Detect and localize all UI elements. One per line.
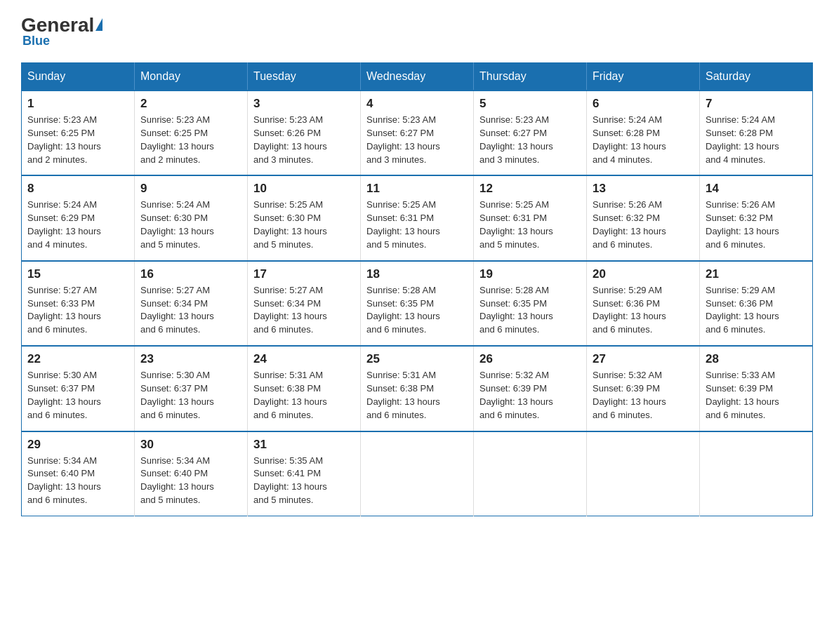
calendar-cell: 25 Sunrise: 5:31 AMSunset: 6:38 PMDaylig…	[361, 346, 474, 431]
day-info: Sunrise: 5:32 AMSunset: 6:39 PMDaylight:…	[593, 370, 666, 420]
day-info: Sunrise: 5:32 AMSunset: 6:39 PMDaylight:…	[479, 370, 553, 420]
day-info: Sunrise: 5:28 AMSunset: 6:35 PMDaylight:…	[366, 285, 440, 335]
day-info: Sunrise: 5:23 AMSunset: 6:27 PMDaylight:…	[366, 114, 440, 165]
day-number: 4	[366, 97, 468, 111]
day-number: 1	[27, 97, 128, 111]
calendar-cell: 15 Sunrise: 5:27 AMSunset: 6:33 PMDaylig…	[22, 261, 135, 346]
day-number: 22	[27, 352, 128, 366]
day-info: Sunrise: 5:31 AMSunset: 6:38 PMDaylight:…	[366, 370, 440, 420]
day-number: 18	[366, 267, 468, 281]
day-number: 23	[140, 352, 241, 366]
day-number: 6	[593, 97, 694, 111]
calendar-cell: 16 Sunrise: 5:27 AMSunset: 6:34 PMDaylig…	[135, 261, 248, 346]
day-info: Sunrise: 5:34 AMSunset: 6:40 PMDaylight:…	[140, 455, 214, 506]
day-number: 13	[593, 182, 694, 196]
day-number: 25	[366, 352, 468, 366]
calendar-header-row: SundayMondayTuesdayWednesdayThursdayFrid…	[22, 63, 813, 91]
calendar-cell: 26 Sunrise: 5:32 AMSunset: 6:39 PMDaylig…	[474, 346, 587, 431]
day-info: Sunrise: 5:27 AMSunset: 6:34 PMDaylight:…	[140, 285, 214, 335]
calendar-cell: 31 Sunrise: 5:35 AMSunset: 6:41 PMDaylig…	[248, 431, 361, 516]
week-row-2: 8 Sunrise: 5:24 AMSunset: 6:29 PMDayligh…	[22, 175, 813, 260]
day-number: 11	[366, 182, 468, 196]
header-wednesday: Wednesday	[361, 63, 474, 91]
week-row-3: 15 Sunrise: 5:27 AMSunset: 6:33 PMDaylig…	[22, 261, 813, 346]
page-header: General Blue	[21, 14, 813, 48]
day-number: 3	[253, 97, 355, 111]
calendar-cell: 24 Sunrise: 5:31 AMSunset: 6:38 PMDaylig…	[248, 346, 361, 431]
day-info: Sunrise: 5:26 AMSunset: 6:32 PMDaylight:…	[593, 199, 666, 250]
day-info: Sunrise: 5:24 AMSunset: 6:28 PMDaylight:…	[706, 114, 779, 165]
day-number: 15	[27, 267, 128, 281]
calendar-cell: 19 Sunrise: 5:28 AMSunset: 6:35 PMDaylig…	[474, 261, 587, 346]
day-info: Sunrise: 5:34 AMSunset: 6:40 PMDaylight:…	[27, 455, 101, 506]
calendar-cell	[700, 431, 813, 516]
calendar-cell: 22 Sunrise: 5:30 AMSunset: 6:37 PMDaylig…	[22, 346, 135, 431]
calendar-cell: 8 Sunrise: 5:24 AMSunset: 6:29 PMDayligh…	[22, 175, 135, 260]
calendar-cell: 2 Sunrise: 5:23 AMSunset: 6:25 PMDayligh…	[135, 90, 248, 175]
calendar-cell: 13 Sunrise: 5:26 AMSunset: 6:32 PMDaylig…	[587, 175, 700, 260]
header-sunday: Sunday	[22, 63, 135, 91]
header-tuesday: Tuesday	[248, 63, 361, 91]
day-info: Sunrise: 5:24 AMSunset: 6:29 PMDaylight:…	[27, 199, 101, 250]
calendar-cell: 23 Sunrise: 5:30 AMSunset: 6:37 PMDaylig…	[135, 346, 248, 431]
calendar-cell: 9 Sunrise: 5:24 AMSunset: 6:30 PMDayligh…	[135, 175, 248, 260]
calendar-cell	[361, 431, 474, 516]
logo: General Blue	[21, 14, 102, 48]
calendar-cell: 18 Sunrise: 5:28 AMSunset: 6:35 PMDaylig…	[361, 261, 474, 346]
day-info: Sunrise: 5:27 AMSunset: 6:34 PMDaylight:…	[253, 285, 327, 335]
day-number: 28	[706, 352, 807, 366]
day-info: Sunrise: 5:25 AMSunset: 6:31 PMDaylight:…	[366, 199, 440, 250]
day-info: Sunrise: 5:25 AMSunset: 6:30 PMDaylight:…	[253, 199, 327, 250]
header-friday: Friday	[587, 63, 700, 91]
week-row-4: 22 Sunrise: 5:30 AMSunset: 6:37 PMDaylig…	[22, 346, 813, 431]
header-monday: Monday	[135, 63, 248, 91]
calendar-cell: 21 Sunrise: 5:29 AMSunset: 6:36 PMDaylig…	[700, 261, 813, 346]
logo-blue-text: Blue	[22, 34, 50, 48]
day-info: Sunrise: 5:35 AMSunset: 6:41 PMDaylight:…	[253, 455, 327, 506]
day-info: Sunrise: 5:29 AMSunset: 6:36 PMDaylight:…	[593, 285, 666, 335]
day-number: 7	[706, 97, 807, 111]
calendar-table: SundayMondayTuesdayWednesdayThursdayFrid…	[21, 62, 813, 516]
calendar-cell: 1 Sunrise: 5:23 AMSunset: 6:25 PMDayligh…	[22, 90, 135, 175]
day-number: 2	[140, 97, 241, 111]
day-info: Sunrise: 5:30 AMSunset: 6:37 PMDaylight:…	[140, 370, 214, 420]
calendar-cell: 14 Sunrise: 5:26 AMSunset: 6:32 PMDaylig…	[700, 175, 813, 260]
day-number: 8	[27, 182, 128, 196]
day-number: 17	[253, 267, 355, 281]
day-info: Sunrise: 5:26 AMSunset: 6:32 PMDaylight:…	[706, 199, 779, 250]
day-info: Sunrise: 5:30 AMSunset: 6:37 PMDaylight:…	[27, 370, 101, 420]
day-info: Sunrise: 5:23 AMSunset: 6:27 PMDaylight:…	[479, 114, 553, 165]
day-info: Sunrise: 5:28 AMSunset: 6:35 PMDaylight:…	[479, 285, 553, 335]
calendar-cell: 3 Sunrise: 5:23 AMSunset: 6:26 PMDayligh…	[248, 90, 361, 175]
calendar-cell: 28 Sunrise: 5:33 AMSunset: 6:39 PMDaylig…	[700, 346, 813, 431]
calendar-cell: 20 Sunrise: 5:29 AMSunset: 6:36 PMDaylig…	[587, 261, 700, 346]
calendar-cell: 4 Sunrise: 5:23 AMSunset: 6:27 PMDayligh…	[361, 90, 474, 175]
day-number: 29	[27, 438, 128, 452]
header-thursday: Thursday	[474, 63, 587, 91]
week-row-5: 29 Sunrise: 5:34 AMSunset: 6:40 PMDaylig…	[22, 431, 813, 516]
calendar-cell: 12 Sunrise: 5:25 AMSunset: 6:31 PMDaylig…	[474, 175, 587, 260]
logo-triangle-icon	[95, 18, 102, 31]
calendar-cell: 6 Sunrise: 5:24 AMSunset: 6:28 PMDayligh…	[587, 90, 700, 175]
day-info: Sunrise: 5:23 AMSunset: 6:25 PMDaylight:…	[140, 114, 214, 165]
day-number: 26	[479, 352, 581, 366]
day-number: 9	[140, 182, 241, 196]
calendar-cell: 11 Sunrise: 5:25 AMSunset: 6:31 PMDaylig…	[361, 175, 474, 260]
day-info: Sunrise: 5:23 AMSunset: 6:25 PMDaylight:…	[27, 114, 101, 165]
day-info: Sunrise: 5:25 AMSunset: 6:31 PMDaylight:…	[479, 199, 553, 250]
calendar-cell: 30 Sunrise: 5:34 AMSunset: 6:40 PMDaylig…	[135, 431, 248, 516]
day-number: 5	[479, 97, 581, 111]
day-info: Sunrise: 5:31 AMSunset: 6:38 PMDaylight:…	[253, 370, 327, 420]
calendar-cell: 5 Sunrise: 5:23 AMSunset: 6:27 PMDayligh…	[474, 90, 587, 175]
day-number: 16	[140, 267, 241, 281]
day-number: 31	[253, 438, 355, 452]
calendar-cell	[474, 431, 587, 516]
calendar-cell: 10 Sunrise: 5:25 AMSunset: 6:30 PMDaylig…	[248, 175, 361, 260]
day-number: 10	[253, 182, 355, 196]
day-info: Sunrise: 5:23 AMSunset: 6:26 PMDaylight:…	[253, 114, 327, 165]
week-row-1: 1 Sunrise: 5:23 AMSunset: 6:25 PMDayligh…	[22, 90, 813, 175]
calendar-cell: 29 Sunrise: 5:34 AMSunset: 6:40 PMDaylig…	[22, 431, 135, 516]
calendar-cell: 7 Sunrise: 5:24 AMSunset: 6:28 PMDayligh…	[700, 90, 813, 175]
day-number: 19	[479, 267, 581, 281]
day-info: Sunrise: 5:33 AMSunset: 6:39 PMDaylight:…	[706, 370, 779, 420]
